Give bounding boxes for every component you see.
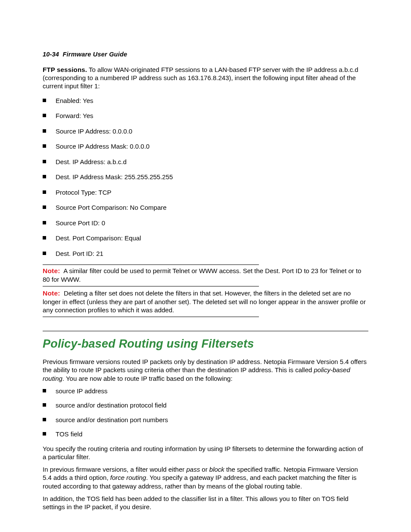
section-rule: [43, 331, 368, 331]
list-item: Source IP Address: 0.0.0.0: [43, 127, 368, 136]
section-p4: In addition, the TOS field has been adde…: [43, 495, 368, 511]
section-title: Policy-based Routing using Filtersets: [43, 337, 368, 351]
list-item: Source Port Comparison: No Compare: [43, 203, 368, 212]
note-1: Note: A similar filter could be used to …: [43, 267, 368, 283]
list-item: Forward: Yes: [43, 112, 368, 120]
note-2: Note: Deleting a filter set does not del…: [43, 289, 368, 314]
section-p3: In previous firmware versions, a filter …: [43, 465, 368, 490]
list-item: Dest. IP Address: a.b.c.d: [43, 158, 368, 166]
list-item: Enabled: Yes: [43, 96, 368, 105]
note-rule-top: [43, 264, 259, 265]
list-item: Dest. IP Address Mask: 255.255.255.255: [43, 173, 368, 181]
p3-em1: pass: [186, 466, 200, 473]
page-ref: 10-34: [43, 51, 59, 58]
list-item: TOS field: [43, 430, 368, 439]
section-p1: Previous firmware versions routed IP pac…: [43, 358, 368, 383]
note-label: Note:: [43, 289, 60, 297]
note-rule-bottom: [43, 286, 259, 286]
criteria-list: source IP address source and/or destinat…: [43, 387, 368, 439]
list-item: Source IP Address Mask: 0.0.0.0: [43, 142, 368, 151]
list-item: Source Port ID: 0: [43, 219, 368, 227]
filter-parameter-list: Enabled: Yes Forward: Yes Source IP Addr…: [43, 96, 368, 258]
page-header: 10-34 Firmware User Guide: [43, 51, 368, 58]
note-text: Deleting a filter set does not delete th…: [43, 289, 366, 314]
guide-title: Firmware User Guide: [63, 51, 128, 58]
list-item: source and/or destination protocol field: [43, 401, 368, 410]
p1-b: . You are now able to route IP traffic b…: [62, 375, 233, 382]
intro-paragraph: FTP sessions. To allow WAN-originated FT…: [43, 65, 368, 90]
list-item: source IP address: [43, 387, 368, 395]
list-item: Dest. Port Comparison: Equal: [43, 234, 368, 243]
p3-a: In previous firmware versions, a filter …: [43, 466, 186, 473]
p3-em3: force routing: [110, 474, 146, 481]
p3-b: or: [200, 466, 209, 473]
section-p2: You specify the routing criteria and rou…: [43, 445, 368, 461]
p3-em2: block: [209, 466, 224, 473]
list-item: Protocol Type: TCP: [43, 188, 368, 197]
intro-text: To allow WAN-originated FTP sessions to …: [43, 66, 358, 90]
note-text: A similar filter could be used to permit…: [43, 267, 361, 283]
list-item: source and/or destination port numbers: [43, 416, 368, 424]
document-page: 10-34 Firmware User Guide FTP sessions. …: [0, 0, 411, 511]
list-item: Dest. Port ID: 21: [43, 249, 368, 258]
note-label: Note:: [43, 267, 60, 274]
intro-lead: FTP sessions.: [43, 66, 87, 73]
note-rule-bottom: [43, 317, 259, 317]
